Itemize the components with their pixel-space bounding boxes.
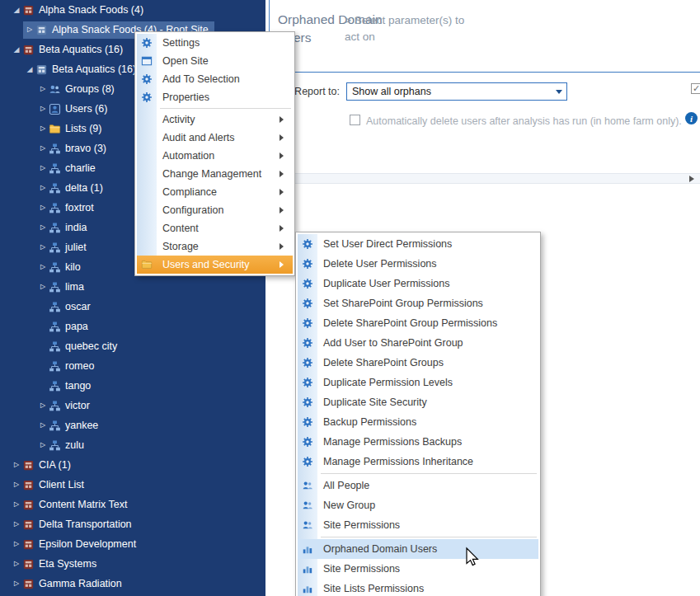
menu-item-content[interactable]: Content bbox=[137, 219, 293, 237]
tree-item-oscar[interactable]: oscar bbox=[0, 297, 265, 317]
horizontal-scrollbar[interactable] bbox=[270, 173, 700, 184]
expand-arrow-icon[interactable]: ▷ bbox=[24, 26, 35, 33]
menu-item-change-management[interactable]: Change Management bbox=[137, 165, 293, 183]
tree-item-gamma-radiation[interactable]: ▷Gamma Radiation bbox=[0, 574, 265, 594]
tree-item-lima[interactable]: ▷lima bbox=[0, 277, 265, 297]
expand-arrow-icon[interactable]: ▷ bbox=[11, 481, 22, 488]
scroll-right-arrow-icon[interactable] bbox=[689, 176, 698, 182]
tree-item-papa[interactable]: papa bbox=[0, 317, 265, 336]
tree-item-romeo[interactable]: romeo bbox=[0, 356, 265, 376]
tree-item-cia-1[interactable]: ▷CIA (1) bbox=[0, 455, 265, 475]
gear-icon bbox=[298, 436, 317, 448]
info-icon[interactable] bbox=[685, 112, 698, 124]
menu-item-compliance[interactable]: Compliance bbox=[137, 183, 293, 201]
menu-item-audit-and-alerts[interactable]: Audit and Alerts bbox=[137, 129, 293, 147]
collapse-arrow-icon[interactable]: ◢ bbox=[11, 46, 22, 54]
tree-item-eta-systems[interactable]: ▷Eta Systems bbox=[0, 554, 265, 574]
subsite-icon bbox=[49, 420, 61, 432]
menu-item-manage-permissions-backups[interactable]: Manage Permissions Backups bbox=[298, 432, 538, 452]
tree-item-delta-transportation[interactable]: ▷Delta Transportation bbox=[0, 514, 265, 534]
menu-item-delete-sharepoint-group-permissions[interactable]: Delete SharePoint Group Permissions bbox=[298, 313, 538, 333]
header-checkbox[interactable] bbox=[691, 83, 700, 94]
subsite-icon bbox=[49, 143, 61, 155]
expand-arrow-icon[interactable]: ▷ bbox=[37, 86, 49, 92]
expand-arrow-icon[interactable]: ▷ bbox=[37, 284, 49, 290]
menu-item-activity[interactable]: Activity bbox=[137, 110, 293, 129]
expand-arrow-icon[interactable]: ▷ bbox=[37, 442, 49, 448]
menu-item-set-sharepoint-group-permissions[interactable]: Set SharePoint Group Permissions bbox=[298, 293, 538, 313]
menu-item-configuration[interactable]: Configuration bbox=[137, 201, 293, 219]
tree-item-victor[interactable]: ▷victor bbox=[0, 396, 265, 415]
tree-item-zulu[interactable]: ▷zulu bbox=[0, 435, 265, 455]
tree-item-label: Eta Systems bbox=[39, 559, 96, 570]
expand-arrow-icon[interactable]: ▷ bbox=[11, 501, 22, 508]
subsite-icon bbox=[49, 242, 61, 254]
menu-item-label: Settings bbox=[157, 37, 200, 49]
menu-item-label: Compliance bbox=[157, 186, 217, 198]
menu-item-duplicate-permission-levels[interactable]: Duplicate Permission Levels bbox=[298, 373, 538, 392]
expand-arrow-icon[interactable]: ▷ bbox=[11, 541, 22, 547]
site-collection-icon bbox=[22, 538, 35, 551]
menu-item-properties[interactable]: Properties bbox=[137, 88, 293, 106]
report-to-dropdown[interactable]: Show all orphans bbox=[346, 82, 567, 101]
people-icon bbox=[298, 500, 317, 511]
tree-item-client-list[interactable]: ▷Client List bbox=[0, 475, 265, 495]
menu-item-site-permissions[interactable]: Site Permissions bbox=[298, 515, 538, 535]
submenu-arrow-icon bbox=[280, 243, 287, 250]
expand-arrow-icon[interactable]: ▷ bbox=[37, 125, 49, 132]
expand-arrow-icon[interactable]: ▷ bbox=[37, 224, 49, 231]
expand-arrow-icon[interactable]: ▷ bbox=[37, 244, 49, 251]
expand-arrow-icon[interactable]: ▷ bbox=[37, 165, 49, 171]
menu-item-new-group[interactable]: New Group bbox=[298, 495, 538, 515]
expand-arrow-icon[interactable]: ▷ bbox=[11, 521, 22, 528]
menu-item-storage[interactable]: Storage bbox=[137, 237, 293, 256]
expand-arrow-icon[interactable]: ▷ bbox=[37, 106, 49, 112]
menu-item-add-user-to-sharepoint-group[interactable]: Add User to SharePoint Group bbox=[298, 333, 538, 353]
subsite-icon bbox=[49, 321, 61, 333]
expand-arrow-icon[interactable]: ▷ bbox=[37, 145, 49, 152]
expand-arrow-icon[interactable]: ▷ bbox=[11, 580, 22, 587]
menu-item-duplicate-user-permissions[interactable]: Duplicate User Permissions bbox=[298, 274, 538, 293]
expand-arrow-icon[interactable]: ▷ bbox=[37, 264, 49, 270]
tree-item-tango[interactable]: tango bbox=[0, 376, 265, 396]
menu-item-all-people[interactable]: All People bbox=[298, 476, 538, 495]
submenu-arrow-icon bbox=[280, 134, 287, 141]
expand-arrow-icon[interactable]: ▷ bbox=[11, 561, 22, 567]
collapse-arrow-icon[interactable]: ◢ bbox=[11, 7, 22, 14]
tree-item-label: Client List bbox=[39, 480, 84, 490]
menu-item-orphaned-domain-users[interactable]: Orphaned Domain Users bbox=[298, 539, 538, 559]
expand-arrow-icon[interactable]: ▷ bbox=[37, 185, 49, 191]
expand-arrow-icon[interactable]: ▷ bbox=[37, 422, 49, 429]
menu-item-set-user-direct-permissions[interactable]: Set User Direct Permissions bbox=[298, 234, 538, 254]
menu-item-label: Site Permissions bbox=[317, 519, 400, 531]
menu-item-delete-sharepoint-groups[interactable]: Delete SharePoint Groups bbox=[298, 353, 538, 373]
menu-item-users-and-security[interactable]: Users and Security bbox=[137, 256, 293, 274]
gear-icon bbox=[298, 278, 317, 289]
menu-item-manage-permissions-inheritance[interactable]: Manage Permissions Inheritance bbox=[298, 452, 538, 472]
menu-item-site-lists-permissions[interactable]: Site Lists Permissions bbox=[298, 579, 538, 596]
tree-item-epsilon-development[interactable]: ▷Epsilon Development bbox=[0, 534, 265, 554]
tree-item-content-matrix-text[interactable]: ▷Content Matrix Text bbox=[0, 495, 265, 514]
collapse-arrow-icon[interactable]: ◢ bbox=[24, 66, 35, 73]
auto-delete-checkbox[interactable] bbox=[350, 115, 360, 125]
menu-item-label: Activity bbox=[157, 114, 195, 125]
root-site-icon bbox=[35, 63, 48, 76]
tree-item-label: charlie bbox=[65, 163, 96, 174]
menu-item-settings[interactable]: Settings bbox=[137, 34, 293, 52]
chevron-down-icon[interactable] bbox=[556, 90, 562, 97]
tree-item-alpha-snack-foods-4[interactable]: ◢Alpha Snack Foods (4) bbox=[0, 0, 265, 20]
menu-item-delete-user-permissions[interactable]: Delete User Permissions bbox=[298, 254, 538, 274]
menu-item-automation[interactable]: Automation bbox=[137, 147, 293, 165]
tree-item-yankee[interactable]: ▷yankee bbox=[0, 415, 265, 435]
expand-arrow-icon[interactable]: ▷ bbox=[11, 462, 22, 468]
menu-item-open-site[interactable]: Open Site bbox=[137, 52, 293, 70]
expand-arrow-icon[interactable]: ▷ bbox=[37, 204, 49, 211]
menu-item-add-to-selection[interactable]: Add To Selection bbox=[137, 70, 293, 88]
menu-item-label: Add User to SharePoint Group bbox=[317, 337, 463, 349]
expand-arrow-icon[interactable]: ▷ bbox=[37, 402, 49, 409]
tree-item-quebec-city[interactable]: quebec city bbox=[0, 336, 265, 356]
menu-item-site-permissions[interactable]: Site Permissions bbox=[298, 559, 538, 579]
menu-item-duplicate-site-security[interactable]: Duplicate Site Security bbox=[298, 392, 538, 412]
gear-icon bbox=[298, 456, 317, 467]
menu-item-backup-permissions[interactable]: Backup Permissions bbox=[298, 412, 538, 432]
